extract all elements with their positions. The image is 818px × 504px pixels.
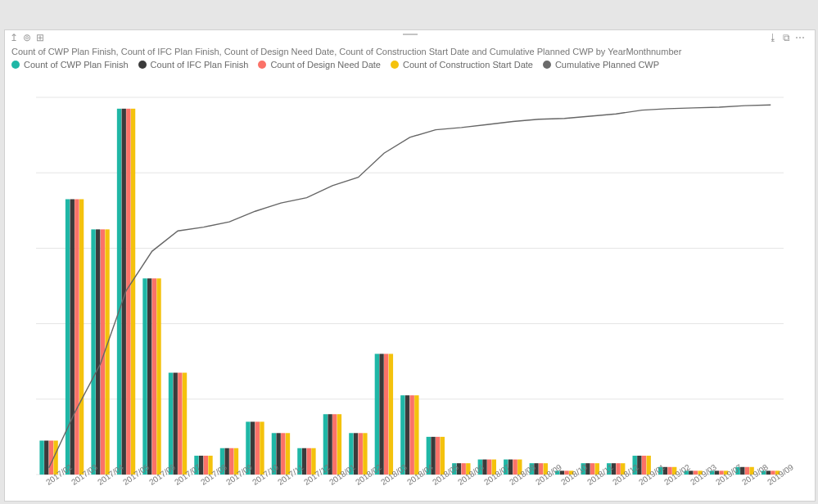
legend-item[interactable]: Count of Design Need Date <box>258 60 381 70</box>
svg-rect-116 <box>337 414 341 475</box>
legend-label: Count of Construction Start Date <box>403 60 533 70</box>
svg-rect-80 <box>152 278 156 475</box>
legend-item[interactable]: Count of Construction Start Date <box>391 60 533 70</box>
legend-swatch <box>258 61 266 69</box>
focus-mode-icon[interactable]: ⧉ <box>783 32 790 43</box>
svg-rect-89 <box>384 353 388 475</box>
svg-rect-91 <box>436 437 440 475</box>
svg-rect-84 <box>255 421 260 475</box>
legend[interactable]: Count of CWP Plan FinishCount of IFC Pla… <box>5 56 815 71</box>
svg-rect-53 <box>199 456 203 475</box>
svg-rect-110 <box>183 373 187 475</box>
visual-card: ↥ ⊚ ⊞ ⭳ ⧉ ⋯ Count of CWP Plan Finish, Co… <box>4 29 816 502</box>
svg-rect-23 <box>169 373 173 475</box>
svg-rect-70 <box>637 456 641 475</box>
legend-item[interactable]: Count of CWP Plan Finish <box>11 60 129 70</box>
svg-rect-85 <box>281 433 285 475</box>
svg-rect-19 <box>66 199 70 475</box>
svg-rect-114 <box>286 433 290 475</box>
more-options-icon[interactable]: ⋯ <box>795 32 805 43</box>
svg-rect-21 <box>117 109 121 475</box>
svg-rect-76 <box>49 441 53 475</box>
svg-rect-51 <box>147 278 151 475</box>
svg-rect-20 <box>91 229 95 475</box>
svg-rect-48 <box>70 199 75 475</box>
svg-rect-61 <box>405 395 409 475</box>
svg-rect-106 <box>79 199 84 475</box>
svg-rect-18 <box>39 441 43 475</box>
svg-rect-90 <box>410 395 414 475</box>
drag-grip[interactable] <box>401 32 419 35</box>
svg-rect-107 <box>105 229 109 475</box>
svg-rect-77 <box>75 199 79 475</box>
legend-label: Cumulative Planned CWP <box>555 60 659 70</box>
legend-label: Count of CWP Plan Finish <box>24 60 129 70</box>
next-level-icon[interactable]: ⊚ <box>23 32 31 43</box>
svg-rect-79 <box>126 109 130 475</box>
drill-up-icon[interactable]: ↥ <box>10 32 18 43</box>
svg-rect-60 <box>379 353 383 475</box>
legend-swatch <box>138 61 147 69</box>
legend-swatch <box>543 61 551 69</box>
export-icon[interactable]: ⭳ <box>768 32 778 43</box>
svg-rect-113 <box>260 421 264 475</box>
legend-label: Count of Design Need Date <box>270 60 381 70</box>
svg-rect-119 <box>414 395 418 475</box>
svg-rect-82 <box>204 456 208 475</box>
svg-rect-47 <box>44 441 48 475</box>
svg-rect-118 <box>389 353 393 475</box>
svg-rect-117 <box>363 433 367 475</box>
svg-rect-99 <box>642 456 646 475</box>
svg-rect-109 <box>156 278 160 475</box>
legend-label: Count of IFC Plan Finish <box>151 60 249 70</box>
svg-rect-86 <box>307 448 311 475</box>
expand-icon[interactable]: ⊞ <box>36 32 44 43</box>
legend-item[interactable]: Cumulative Planned CWP <box>543 60 659 70</box>
svg-rect-83 <box>229 448 233 475</box>
legend-swatch <box>11 61 20 69</box>
legend-swatch <box>391 61 399 69</box>
svg-rect-49 <box>96 229 100 475</box>
svg-rect-31 <box>375 353 379 475</box>
svg-rect-87 <box>332 414 337 475</box>
svg-rect-52 <box>173 373 177 475</box>
svg-rect-22 <box>142 278 147 475</box>
legend-item[interactable]: Count of IFC Plan Finish <box>138 60 249 70</box>
svg-rect-81 <box>178 373 182 475</box>
x-axis-labels: 2017/022017/032017/042017/052017/062017/… <box>33 479 787 496</box>
svg-rect-88 <box>359 433 363 475</box>
plot-area[interactable]: 0204060801000100200300400500 <box>33 91 787 478</box>
chart-title: Count of CWP Plan Finish, Count of IFC P… <box>5 45 815 56</box>
svg-rect-108 <box>131 109 135 475</box>
